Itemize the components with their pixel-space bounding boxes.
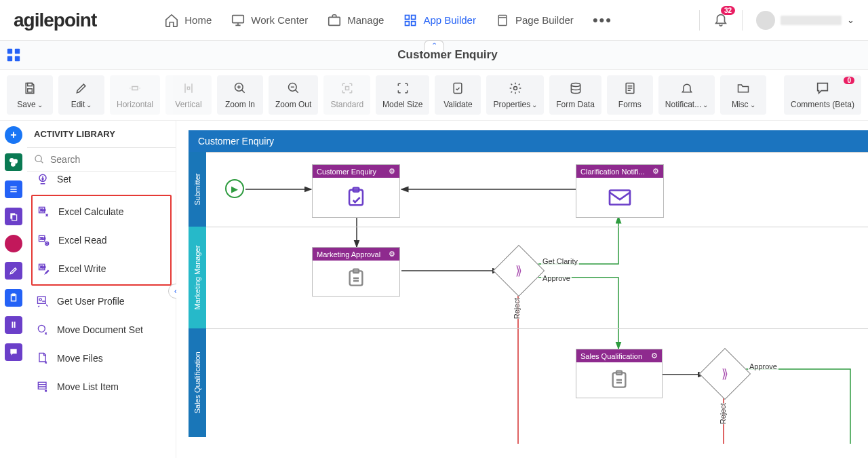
zoom-out-button[interactable]: Zoom Out (269, 75, 318, 115)
activity-excel-read[interactable]: XLS Excel Read (33, 226, 170, 254)
horizontal-button[interactable]: Horizontal (110, 75, 160, 115)
model-size-label: Model Size (382, 100, 422, 109)
standard-button[interactable]: Standard (323, 75, 370, 115)
node-customer-enquiry[interactable]: Customer Enquiry⚙ (312, 164, 400, 218)
comments-button[interactable]: 0 Comments (Beta) (784, 75, 861, 115)
svg-rect-6 (498, 15, 507, 25)
form-data-button[interactable]: Form Data (549, 75, 601, 115)
toolbar: Save⌄ Edit⌄ Horizontal Vertical Zoom In … (0, 70, 868, 121)
start-node[interactable]: ▶ (225, 179, 244, 198)
zoom-in-button[interactable]: Zoom In (217, 75, 263, 115)
form-check-icon (344, 186, 368, 209)
monitor-icon (231, 13, 245, 28)
nav-manage[interactable]: Manage (327, 13, 384, 28)
activity-download-doc-set[interactable]: Set (31, 172, 172, 193)
activity-label: Set (57, 174, 71, 185)
rail-add-button[interactable]: + (5, 126, 22, 144)
rail-clipboard[interactable] (5, 289, 22, 307)
edge-label-get-clarity: Get Clarity (541, 257, 579, 265)
nav-work-center[interactable]: Work Center (231, 13, 308, 28)
activity-label: Get User Profile (57, 296, 125, 307)
envelope-icon (608, 188, 632, 207)
rail-text[interactable]: II (5, 316, 22, 334)
svg-point-19 (571, 83, 580, 87)
lane-label-marketing: Marketing Manager (193, 246, 201, 310)
svg-rect-51 (610, 191, 630, 205)
activity-excel-calculate[interactable]: XLS Excel Calculate (33, 197, 170, 226)
user-menu[interactable]: ⌄ (756, 11, 854, 30)
edge-label-approve2: Approve (748, 362, 778, 370)
vertical-icon (182, 81, 195, 96)
save-button[interactable]: Save⌄ (7, 75, 53, 115)
vertical-button[interactable]: Vertical (165, 75, 212, 115)
nav-work-center-label: Work Center (251, 14, 308, 26)
rail-connector[interactable] (5, 235, 22, 252)
swimlane-sales: Sales Qualification (189, 328, 868, 437)
user-name (781, 16, 842, 25)
forms-label: Forms (618, 100, 642, 109)
nav-app-builder[interactable]: App Builder (403, 13, 476, 28)
svg-point-39 (39, 299, 41, 301)
gear-icon[interactable]: ⚙ (652, 167, 659, 176)
rail-copy[interactable] (5, 208, 22, 225)
misc-button[interactable]: Misc⌄ (720, 75, 766, 115)
apps-icon[interactable] (0, 47, 27, 62)
lane-label-sales: Sales Qualification (193, 351, 201, 413)
user-profile-icon (35, 294, 50, 309)
gear-icon[interactable]: ⚙ (651, 351, 658, 360)
folder-icon (736, 81, 750, 96)
svg-rect-17 (454, 83, 462, 94)
node-sales-qualification[interactable]: Sales Qualification⚙ (576, 349, 663, 398)
divider (699, 10, 700, 31)
activity-label: Excel Calculate (58, 206, 124, 217)
vertical-label: Vertical (175, 100, 201, 109)
nav-home[interactable]: Home (164, 13, 212, 28)
nav-page-builder-label: Page Builder (515, 14, 574, 26)
model-size-button[interactable]: Model Size (376, 75, 429, 115)
activity-label: Move Document Set (57, 324, 143, 335)
lane-label-submitter: Submitter (193, 173, 201, 205)
forms-button[interactable]: Forms (607, 75, 653, 115)
properties-button[interactable]: Properties⌄ (486, 75, 544, 115)
search-input[interactable] (50, 154, 169, 165)
activity-library-panel: ACTIVITY LIBRARY Set XLS Excel Calculate… (27, 121, 176, 458)
activity-move-files[interactable]: Move Files (31, 344, 172, 373)
edit-icon (75, 81, 88, 96)
activity-move-list-item[interactable]: Move List Item (31, 373, 172, 401)
activity-search (27, 148, 176, 172)
zoom-out-label: Zoom Out (275, 100, 311, 109)
gear-icon[interactable]: ⚙ (389, 250, 395, 259)
activity-get-user-profile[interactable]: Get User Profile (31, 287, 172, 316)
node-marketing-approval[interactable]: Marketing Approval⚙ (312, 247, 400, 297)
bell-icon (680, 81, 694, 96)
activity-excel-write[interactable]: XLS Excel Write (33, 254, 170, 283)
rail-sharepoint[interactable] (5, 153, 22, 171)
rail-chat[interactable] (5, 343, 22, 361)
edit-button[interactable]: Edit⌄ (58, 75, 104, 115)
svg-rect-9 (7, 56, 12, 61)
database-icon (569, 81, 583, 96)
grid-icon (403, 13, 418, 28)
canvas-header: Customer Enquiry (189, 130, 868, 152)
validate-button[interactable]: Validate (435, 75, 481, 115)
activity-move-document-set[interactable]: Move Document Set (31, 316, 172, 344)
rail-document[interactable] (5, 180, 22, 198)
collapse-chevron-up[interactable]: ⌃ (424, 40, 444, 51)
nav-page-builder[interactable]: Page Builder (495, 13, 574, 28)
notifications-button[interactable]: Notificat...⌄ (658, 75, 715, 115)
svg-point-18 (513, 87, 517, 90)
left-rail: + II (0, 121, 27, 458)
nav-more[interactable]: ••• (593, 12, 612, 29)
notifications-bell[interactable]: 32 (713, 12, 728, 28)
svg-rect-8 (15, 49, 20, 54)
home-icon (164, 13, 179, 28)
model-size-icon (396, 81, 410, 96)
rail-edit[interactable] (5, 262, 22, 280)
activity-list: Set XLS Excel Calculate XLS Excel Read X… (27, 172, 176, 408)
download-icon (35, 172, 50, 187)
misc-label: Misc (732, 100, 749, 109)
node-title: Customer Enquiry (317, 168, 376, 176)
gear-icon[interactable]: ⚙ (389, 167, 395, 176)
node-clarification-notification[interactable]: Clarification Notifi...⚙ (576, 164, 664, 218)
svg-point-35 (46, 243, 47, 244)
